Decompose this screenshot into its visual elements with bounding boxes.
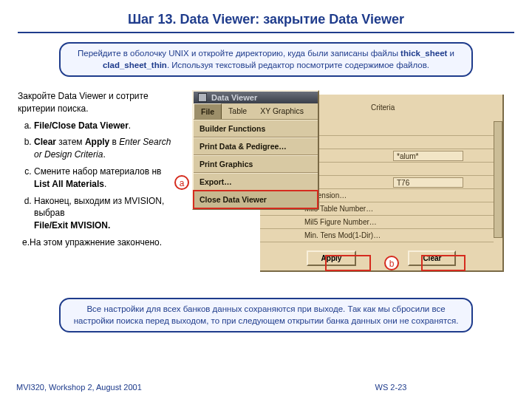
step-text: File/Close Data Viewer: [34, 120, 129, 131]
menu-item[interactable]: Print Data & Pedigree…: [194, 137, 318, 155]
step-text: File/Exit MVISION.: [34, 220, 110, 231]
window-title: Data Viewer: [211, 93, 257, 102]
marker-a: a: [174, 175, 189, 190]
footer: MVI320, Workshop 2, August 2001 WS 2-23: [0, 383, 532, 392]
page-title: Шаг 13. Data Viewer: закрытие Data Viewe…: [18, 12, 514, 27]
step-d: Наконец, выходим из MVISION, выбравFile/…: [34, 195, 173, 232]
step-text: затем: [56, 137, 85, 147]
clear-highlight: [421, 255, 466, 271]
menu-xy[interactable]: XY Graphics: [253, 103, 310, 119]
step-a: File/Close Data Viewer.: [34, 120, 173, 132]
footer-mid: WS 2-23: [266, 383, 516, 392]
step-text: List All Materials: [34, 179, 104, 189]
step-c: Смените набор материалов нв List All Mat…: [34, 166, 173, 191]
screenshot: Criteria *alum* T76 Dimension… Mil5 Tabl…: [179, 90, 504, 279]
table-row: Min. Tens Mod(1-Dir)…: [260, 229, 494, 242]
criteria-cell[interactable]: *alum*: [393, 151, 463, 161]
apply-highlight: [325, 255, 371, 271]
footer-left: MVI320, Workshop 2, August 2001: [16, 383, 266, 392]
step-text: .: [129, 120, 131, 131]
menu-item[interactable]: Export…: [194, 173, 318, 191]
instructions: Закройте Data Viewer и сотрите критерии …: [18, 90, 173, 253]
menu-table[interactable]: Table: [222, 103, 253, 119]
step-text: Clear: [34, 137, 56, 147]
system-menu-icon[interactable]: [198, 93, 207, 102]
menu-file[interactable]: File: [194, 103, 222, 119]
menu-bar: File Table XY Graphics: [194, 103, 318, 120]
step-text: .: [104, 179, 106, 189]
step-text: в: [109, 137, 119, 147]
menu-item[interactable]: Builder Functions: [194, 120, 318, 137]
titlebar[interactable]: Data Viewer: [194, 92, 318, 103]
step-b: Clear затем Apply в Enter Search or Desi…: [34, 136, 173, 161]
table-row: Mil5 Figure Number…: [260, 216, 494, 229]
criteria-label: Criteria: [371, 103, 395, 112]
criteria-cell[interactable]: T76: [393, 177, 463, 188]
step-text: Смените набор материалов нв: [34, 166, 161, 177]
marker-b: b: [384, 256, 399, 270]
step-text: Apply: [85, 137, 109, 147]
callout-text: и: [447, 49, 454, 58]
step-text: .: [103, 149, 105, 160]
filename: thick_sheet: [400, 49, 447, 58]
callout-bottom: Все настройки для всех банков данных сох…: [59, 298, 473, 332]
intro-text: Закройте Data Viewer и сотрите критерии …: [18, 90, 173, 115]
row-label: Mil5 Figure Number…: [304, 218, 377, 226]
main-row: Закройте Data Viewer и сотрите критерии …: [18, 90, 514, 279]
step-e: e.На этом упражнение закончено.: [18, 236, 173, 249]
step-text: Наконец, выходим из MVISION, выбрав: [34, 196, 164, 219]
menu-item-close[interactable]: Close Data Viewer: [194, 191, 318, 208]
filename: clad_sheet_thin: [103, 61, 167, 69]
callout-text: . Используя текстовый редактор посмотрит…: [167, 61, 429, 69]
scrollbar-vertical[interactable]: [494, 121, 502, 238]
file-menu-dropdown: Builder Functions Print Data & Pedigree……: [194, 120, 318, 208]
row-label: Min. Tens Mod(1-Dir)…: [304, 231, 381, 239]
button-row: Apply Clear: [260, 250, 502, 266]
title-rule: [18, 32, 514, 33]
callout-text: Перейдите в оболочку UNIX и откройте дир…: [78, 49, 400, 58]
menu-item[interactable]: Print Graphics: [194, 155, 318, 173]
data-viewer-window: Data Viewer File Table XY Graphics Build…: [192, 90, 319, 210]
callout-top: Перейдите в оболочку UNIX и откройте дир…: [59, 42, 473, 77]
